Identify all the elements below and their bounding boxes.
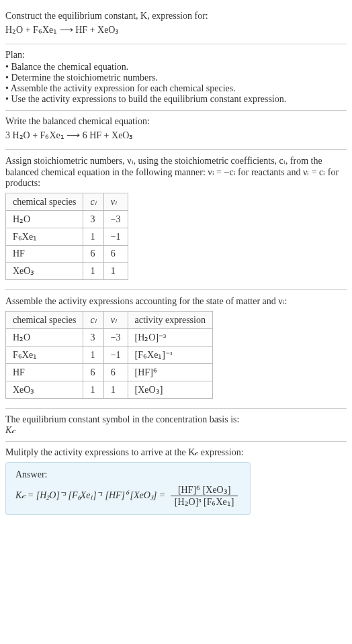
cell-activity: [HF]⁶ (128, 364, 212, 381)
plan-item-3: • Assemble the activity expression for e… (5, 83, 347, 94)
cell-vi: 6 (103, 246, 128, 263)
cell-ci: 3 (83, 211, 103, 228)
balanced-section: Write the balanced chemical equation: 3 … (5, 111, 347, 150)
plan-item-1: • Balance the chemical equation. (5, 62, 347, 73)
balanced-title: Write the balanced chemical equation: (5, 116, 347, 127)
symbol-line1: The equilibrium constant symbol in the c… (5, 414, 347, 425)
cell-vi: 1 (103, 381, 128, 399)
table-row: XeO₃ 1 1 [XeO₃] (6, 381, 213, 399)
stoich-table: chemical species cᵢ νᵢ H₂O 3 −3 F₆Xe₁ 1 … (5, 193, 128, 280)
cell-species: H₂O (6, 329, 83, 347)
cell-species: HF (6, 364, 83, 381)
table-header-row: chemical species cᵢ νᵢ (6, 193, 128, 211)
symbol-line2: K𝒸 (5, 425, 347, 436)
plan-item-4: • Use the activity expressions to build … (5, 94, 347, 105)
stoich-text: Assign stoichiometric numbers, νᵢ, using… (5, 155, 347, 189)
table-row: H₂O 3 −3 [H₂O]⁻³ (6, 329, 213, 347)
cell-species: H₂O (6, 211, 83, 228)
table-row: F₆Xe₁ 1 −1 [F₆Xe₁]⁻¹ (6, 347, 213, 364)
answer-lhs: K𝒸 = [H₂O]⁻³ [F₆Xe₁]⁻¹ [HF]⁶ [XeO₃] = (15, 490, 168, 500)
col-species: chemical species (6, 312, 83, 329)
col-activity: activity expression (128, 312, 212, 329)
multiply-text: Mulitply the activity expressions to arr… (5, 447, 347, 458)
multiply-section: Mulitply the activity expressions to arr… (5, 442, 347, 524)
intro-line: Construct the equilibrium constant, K, e… (5, 11, 347, 21)
fraction-denominator: [H₂O]³ [F₆Xe₁] (171, 496, 238, 508)
col-vi: νᵢ (103, 312, 128, 329)
cell-ci: 3 (83, 329, 103, 347)
cell-activity: [H₂O]⁻³ (128, 329, 212, 347)
cell-species: F₆Xe₁ (6, 347, 83, 364)
cell-ci: 6 (83, 246, 103, 263)
intro-equation: H₂O + F₆Xe₁ ⟶ HF + XeO₃ (5, 24, 347, 36)
cell-vi: −1 (103, 228, 128, 246)
stoich-section: Assign stoichiometric numbers, νᵢ, using… (5, 150, 347, 290)
activity-text: Assemble the activity expressions accoun… (5, 295, 347, 307)
col-species: chemical species (6, 193, 83, 211)
table-row: H₂O 3 −3 (6, 211, 128, 228)
cell-species: F₆Xe₁ (6, 228, 83, 246)
plan-item-2: • Determine the stoichiometric numbers. (5, 73, 347, 83)
cell-activity: [F₆Xe₁]⁻¹ (128, 347, 212, 364)
cell-vi: 6 (103, 364, 128, 381)
cell-vi: −3 (103, 211, 128, 228)
table-header-row: chemical species cᵢ νᵢ activity expressi… (6, 312, 213, 329)
answer-expression: K𝒸 = [H₂O]⁻³ [F₆Xe₁]⁻¹ [HF]⁶ [XeO₃] = [H… (15, 484, 240, 508)
plan-section: Plan: • Balance the chemical equation. •… (5, 44, 347, 111)
fraction-numerator: [HF]⁶ [XeO₃] (171, 484, 238, 496)
cell-ci: 1 (83, 381, 103, 399)
intro-section: Construct the equilibrium constant, K, e… (5, 5, 347, 44)
cell-vi: −3 (103, 329, 128, 347)
table-row: HF 6 6 (6, 246, 128, 263)
activity-table: chemical species cᵢ νᵢ activity expressi… (5, 311, 213, 399)
cell-ci: 6 (83, 364, 103, 381)
cell-species: XeO₃ (6, 263, 83, 280)
table-row: F₆Xe₁ 1 −1 (6, 228, 128, 246)
intro-text: Construct the equilibrium constant, K, e… (5, 11, 208, 21)
table-row: XeO₃ 1 1 (6, 263, 128, 280)
col-vi: νᵢ (103, 193, 128, 211)
table-row: HF 6 6 [HF]⁶ (6, 364, 213, 381)
balanced-equation: 3 H₂O + F₆Xe₁ ⟶ 6 HF + XeO₃ (5, 130, 347, 141)
col-ci: cᵢ (83, 312, 103, 329)
col-ci: cᵢ (83, 193, 103, 211)
activity-section: Assemble the activity expressions accoun… (5, 290, 347, 409)
cell-species: XeO₃ (6, 381, 83, 399)
cell-ci: 1 (83, 347, 103, 364)
plan-title: Plan: (5, 50, 347, 60)
cell-vi: −1 (103, 347, 128, 364)
symbol-section: The equilibrium constant symbol in the c… (5, 409, 347, 442)
cell-species: HF (6, 246, 83, 263)
cell-ci: 1 (83, 263, 103, 280)
cell-ci: 1 (83, 228, 103, 246)
answer-fraction: [HF]⁶ [XeO₃] [H₂O]³ [F₆Xe₁] (171, 484, 238, 508)
cell-vi: 1 (103, 263, 128, 280)
answer-label: Answer: (15, 469, 240, 480)
answer-box: Answer: K𝒸 = [H₂O]⁻³ [F₆Xe₁]⁻¹ [HF]⁶ [Xe… (5, 462, 251, 515)
cell-activity: [XeO₃] (128, 381, 212, 399)
